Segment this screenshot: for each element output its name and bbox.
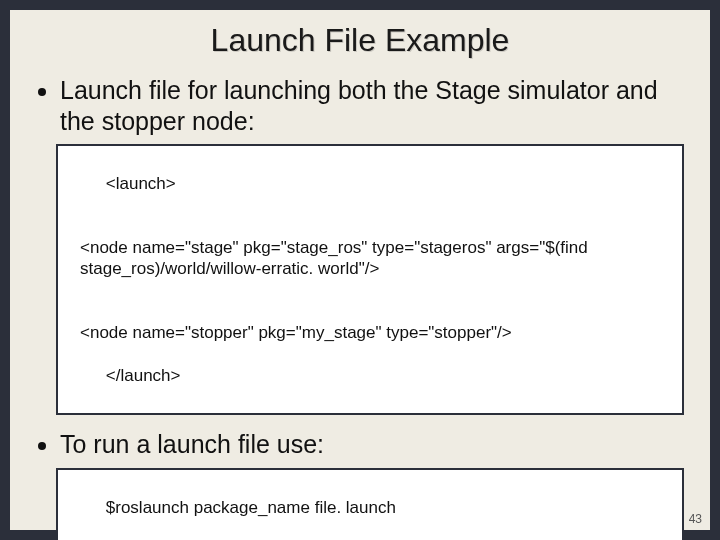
code-line: <node name="stopper" pkg="my_stage" type… [68,322,672,343]
slide-title: Launch File Example [10,10,710,59]
bullet-item: To run a launch file use: [60,429,684,460]
bullet-list-1: Launch file for launching both the Stage… [36,75,684,136]
bullet-item: Launch file for launching both the Stage… [60,75,684,136]
slide-content: Launch File Example Launch file for laun… [10,10,710,530]
page-number: 43 [689,512,702,526]
slide-frame: Launch File Example Launch file for laun… [0,0,720,540]
slide-body: Launch file for launching both the Stage… [10,59,710,540]
code-box-launch: <launch> <node name="stage" pkg="stage_r… [56,144,684,415]
code-line: $roslaunch package_name file. launch [106,498,396,517]
code-box-command: $roslaunch package_name file. launch [56,468,684,541]
code-line: <launch> [106,174,176,193]
bullet-list-2: To run a launch file use: [36,429,684,460]
code-line: <node name="stage" pkg="stage_ros" type=… [68,237,672,280]
code-line: </launch> [106,366,181,385]
